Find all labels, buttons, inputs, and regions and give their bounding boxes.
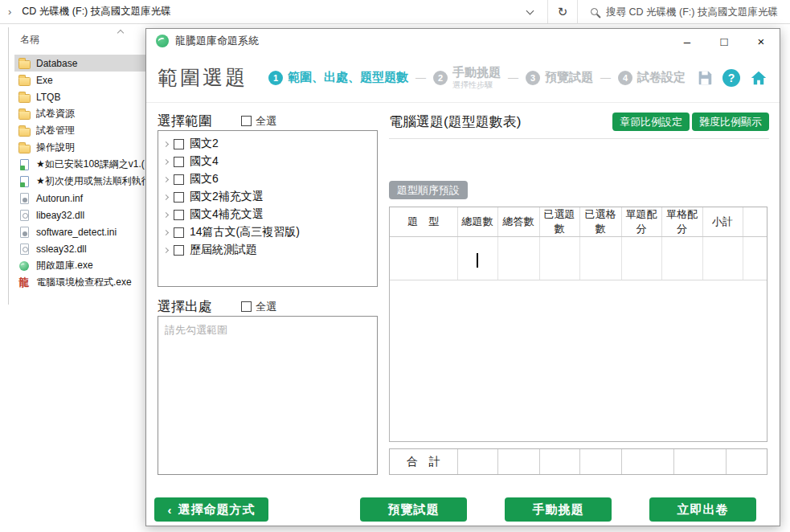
scope-select-all[interactable]: 全選 — [241, 114, 276, 129]
help-icon[interactable]: ? — [722, 69, 740, 87]
preview-questions-button[interactable]: 預覽試題 — [360, 497, 467, 522]
sort-ascending-icon[interactable] — [117, 30, 124, 36]
refresh-icon[interactable]: ↻ — [548, 5, 577, 19]
app-window: 龍騰題庫命題系統 – □ × 範圍選題 1 範圍、出處、題型題數 — 2 手動挑… — [145, 28, 780, 526]
file-row-exam-management[interactable]: 試卷管理 — [14, 122, 145, 139]
name-column-header[interactable]: 名稱 — [20, 33, 39, 47]
step-1-label: 範圍、出處、題型題數 — [288, 71, 408, 84]
cell-total-answers[interactable] — [497, 237, 539, 280]
source-list-box[interactable]: 請先勾選範圍 — [158, 316, 378, 475]
file-row-open-bank[interactable]: 開啟題庫.exe — [14, 257, 145, 274]
file-row-note1[interactable]: ★如已安裝108課綱之v1.( — [14, 156, 145, 173]
tree-item-past-exams[interactable]: 歷屆統測試題 — [158, 241, 377, 259]
cell-points-per-blank[interactable] — [661, 237, 702, 280]
dragon-logo-icon: 龍 — [18, 276, 31, 289]
file-row-software-detect[interactable]: software_detect.ini — [14, 223, 145, 240]
file-row-note2[interactable]: ★初次使用或無法順利執行 — [14, 173, 145, 190]
tree-item-guowen2-supplement[interactable]: 國文2補充文選 — [158, 188, 377, 206]
file-row-instructions[interactable]: 操作說明 — [14, 139, 145, 156]
tree-checkbox[interactable] — [174, 192, 184, 203]
expand-chevron-icon[interactable] — [163, 247, 169, 252]
green-sphere-icon — [18, 260, 31, 272]
tree-item-14-classics[interactable]: 14篇古文(高三複習版) — [158, 223, 377, 241]
file-row-database[interactable]: Database — [14, 55, 145, 72]
scope-select-all-checkbox[interactable] — [241, 116, 252, 126]
cell-total-questions[interactable] — [457, 237, 497, 280]
expand-chevron-icon[interactable] — [163, 158, 169, 164]
search-box[interactable] — [577, 0, 790, 24]
page-header: 範圍選題 1 範圍、出處、題型題數 — 2 手動挑題 選擇性步驟 — 3 預覽試… — [146, 53, 780, 103]
cell-selected-blanks[interactable] — [579, 237, 621, 280]
breadcrumb-chevron-icon[interactable]: › — [8, 6, 11, 18]
col-subtotal: 小計 — [702, 207, 743, 237]
tree-checkbox[interactable] — [174, 210, 184, 220]
generate-exam-button[interactable]: 立即出卷 — [649, 497, 756, 522]
total-cell — [497, 449, 539, 474]
source-title: 選擇出處 — [158, 297, 212, 316]
minimize-button[interactable]: – — [669, 29, 706, 53]
step-2: 2 手動挑題 選擇性步驟 — [433, 66, 501, 89]
file-row-exam-resources[interactable]: 試卷資源 — [14, 105, 145, 122]
source-section-header: 選擇出處 全選 — [158, 297, 378, 316]
file-name: Exe — [36, 75, 53, 86]
file-row-exe[interactable]: Exe — [14, 72, 145, 88]
tree-checkbox[interactable] — [174, 157, 184, 167]
tree-item-guowen4-supplement[interactable]: 國文4補充文選 — [158, 206, 377, 223]
col-points-per-question: 單題配分 — [621, 207, 661, 237]
home-icon[interactable] — [749, 69, 768, 87]
explorer-toolbar: › CD 光碟機 (F:) 技高國文題庫光碟 ↻ — [0, 0, 790, 24]
cell-subtotal[interactable] — [702, 237, 743, 280]
question-type-table: 題 型 總題數 總答數 已選題數 已選格數 單題配分 單格配分 小計 — [389, 207, 767, 442]
file-name: 開啟題庫.exe — [36, 259, 93, 272]
source-select-all[interactable]: 全選 — [241, 300, 276, 314]
search-input[interactable] — [606, 6, 783, 18]
source-select-all-checkbox[interactable] — [241, 301, 252, 312]
total-label: 合 計 — [390, 449, 457, 474]
step-2-title: 手動挑題 — [452, 66, 501, 80]
maximize-button[interactable]: □ — [706, 29, 743, 53]
back-to-method-button[interactable]: ‹ 選擇命題方式 — [154, 497, 268, 522]
difficulty-ratio-button[interactable]: 難度比例顯示 — [692, 113, 769, 131]
manual-pick-button[interactable]: 手動挑題 — [505, 497, 612, 522]
tree-item-guowen6[interactable]: 國文6 — [158, 170, 377, 188]
expand-chevron-icon[interactable] — [163, 229, 169, 235]
col-selected-questions: 已選題數 — [539, 207, 579, 237]
step-4-circle: 4 — [618, 71, 632, 85]
folder-icon — [18, 74, 31, 87]
address-dropdown-chevron-icon[interactable] — [526, 6, 534, 14]
chapter-ratio-button[interactable]: 章節比例設定 — [612, 113, 690, 131]
tree-item-guowen2[interactable]: 國文2 — [158, 135, 377, 153]
file-row-ssleay[interactable]: ssleay32.dll — [14, 240, 145, 257]
cell-selected-questions[interactable] — [539, 237, 579, 280]
text-doc-icon — [18, 175, 31, 188]
file-name: ★初次使用或無法順利執行 — [36, 174, 145, 188]
tree-checkbox[interactable] — [174, 245, 184, 256]
expand-chevron-icon[interactable] — [163, 211, 169, 217]
expand-chevron-icon[interactable] — [163, 194, 169, 199]
cell-question-type[interactable] — [390, 237, 457, 280]
tree-checkbox[interactable] — [174, 174, 184, 185]
file-row-libeay[interactable]: libeay32.dll — [14, 207, 145, 223]
tree-checkbox[interactable] — [174, 139, 184, 149]
cell-points-per-question[interactable] — [621, 237, 661, 280]
pane-divider — [8, 27, 9, 305]
question-order-preset-button[interactable]: 題型順序預設 — [389, 181, 468, 199]
save-icon[interactable] — [696, 69, 714, 87]
file-row-autorun[interactable]: Autorun.inf — [14, 190, 145, 207]
scope-select-all-label: 全選 — [256, 114, 276, 129]
file-name: software_detect.ini — [36, 227, 117, 238]
page-title: 範圍選題 — [158, 64, 248, 91]
expand-chevron-icon[interactable] — [163, 141, 169, 146]
expand-chevron-icon[interactable] — [163, 176, 169, 182]
tree-checkbox[interactable] — [174, 227, 184, 238]
tree-item-label: 國文2 — [190, 137, 219, 151]
tree-item-label: 國文4補充文選 — [190, 207, 264, 222]
close-button[interactable]: × — [743, 29, 780, 53]
step-4: 4 試卷設定 — [618, 71, 686, 85]
breadcrumb[interactable]: CD 光碟機 (F:) 技高國文題庫光碟 — [22, 5, 170, 18]
file-row-env-check[interactable]: 龍電腦環境檢查程式.exe — [14, 274, 145, 291]
back-button-label: 選擇命題方式 — [178, 502, 256, 518]
file-row-ltqb[interactable]: LTQB — [14, 88, 145, 105]
step-2-subtitle: 選擇性步驟 — [452, 80, 501, 89]
tree-item-guowen4[interactable]: 國文4 — [158, 153, 377, 170]
